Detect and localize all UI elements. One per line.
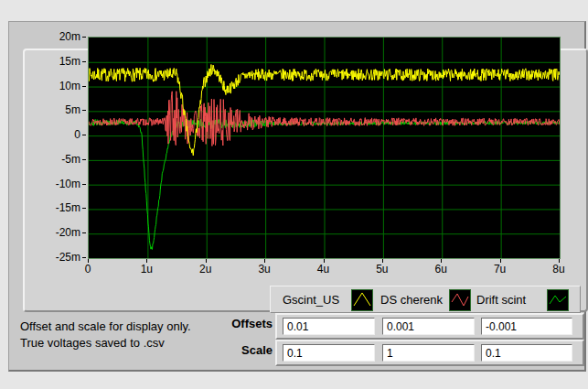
y-tick-label: -20m (37, 226, 80, 239)
y-tick-mark (82, 86, 86, 87)
info-text: Offset and scale for display only. True … (20, 319, 191, 351)
y-tick-label: 10m (37, 80, 80, 92)
green-trace-glyph (548, 290, 568, 310)
red-trace-glyph (450, 290, 470, 310)
scale-label: Scale (183, 343, 273, 357)
info-text-line1: Offset and scale for display only. (20, 319, 191, 335)
legend-label-gscint-us: Gscint_US (283, 293, 339, 307)
waveform-icon-drift-scint[interactable] (547, 289, 569, 311)
y-tick-label: 20m (37, 30, 80, 43)
x-tick-mark (264, 259, 265, 263)
x-tick-mark (559, 259, 560, 263)
y-tick-mark (82, 208, 86, 209)
x-tick-mark (206, 259, 207, 263)
scale-field-1[interactable] (283, 344, 375, 362)
y-tick-label: -10m (37, 178, 80, 190)
y-tick-label: 0 (37, 128, 80, 141)
x-tick-mark (146, 259, 147, 263)
x-tick-label: 6u (422, 263, 459, 276)
offsets-label: Offsets (183, 317, 273, 330)
legend-label-drift-scint: Drift scint (476, 293, 526, 307)
waveform-icon-gscint-us[interactable] (351, 289, 373, 311)
y-tick-mark (82, 37, 86, 38)
waveform-icon-ds-cherenk[interactable] (449, 289, 471, 311)
yellow-trace-glyph (352, 290, 372, 310)
x-tick-mark (441, 259, 442, 263)
x-tick-label: 4u (305, 263, 342, 276)
plot-legend: Gscint_US DS cherenk Drift scint (270, 286, 581, 313)
y-tick-mark (82, 135, 86, 135)
y-tick-mark (82, 110, 86, 111)
y-tick-mark (82, 184, 86, 185)
scale-field-3[interactable] (481, 344, 572, 362)
scale-cluster (275, 340, 584, 366)
y-tick-label: -25m (37, 251, 80, 264)
y-tick-label: -5m (37, 153, 80, 166)
offsets-cluster (275, 313, 584, 340)
x-tick-label: 3u (246, 263, 283, 276)
x-tick-label: 8u (540, 263, 577, 276)
y-tick-mark (82, 159, 86, 160)
offset-field-3[interactable] (481, 318, 572, 335)
front-panel-window: 20m15m10m5m0-5m-10m-15m-20m-25m 01u2u3u4… (0, 0, 588, 389)
x-tick-label: 1u (128, 263, 165, 276)
y-tick-label: 15m (37, 55, 80, 68)
x-tick-label: 0 (69, 263, 106, 276)
offset-field-1[interactable] (283, 318, 375, 335)
x-tick-mark (88, 259, 89, 263)
offset-field-2[interactable] (382, 318, 475, 335)
y-tick-label: 5m (37, 103, 80, 116)
x-tick-mark (500, 259, 501, 263)
x-tick-label: 2u (187, 263, 224, 276)
x-tick-label: 7u (482, 263, 519, 276)
info-text-line2: True voltages saved to .csv (20, 335, 191, 351)
scale-field-2[interactable] (382, 344, 475, 362)
y-tick-mark (82, 257, 86, 258)
legend-label-ds-cherenk: DS cherenk (380, 293, 443, 307)
y-tick-mark (82, 61, 86, 62)
waveform-plot (88, 37, 561, 259)
y-tick-label: -15m (37, 201, 80, 214)
waveform-plot-canvas (89, 38, 560, 258)
x-tick-label: 5u (364, 263, 401, 276)
x-tick-mark (382, 259, 383, 263)
y-tick-mark (82, 232, 86, 233)
x-tick-mark (324, 259, 325, 263)
